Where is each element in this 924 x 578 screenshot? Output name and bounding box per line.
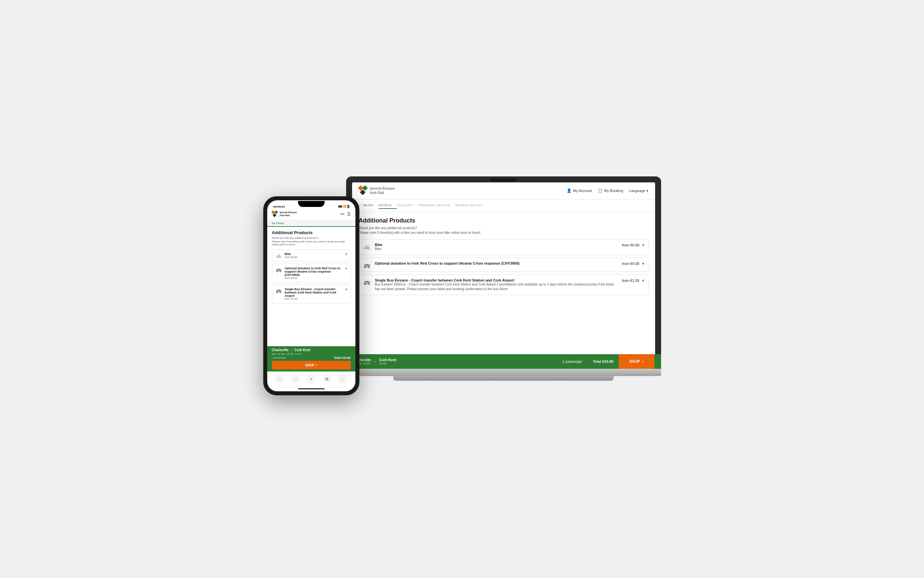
laptop-bottom-bar: Charleville 30 Mar 10:55 → Cork Kent 11:… xyxy=(352,354,655,364)
step-seats[interactable]: ✓ SEATS xyxy=(359,202,379,209)
phone-plus-button[interactable]: + xyxy=(306,374,316,384)
phone-menu-icon[interactable]: ☰ xyxy=(347,212,351,216)
phone-product-bus[interactable]: 🚌 Single Bus Éireann - Coach transfer be… xyxy=(272,284,351,304)
phone-product-row-bike: 🚲 Bike from €0.00 ▾ xyxy=(272,250,350,261)
phone-back-icon: ← xyxy=(277,377,282,382)
phone-bottom-bar: Charleville → Cork Kent Sat, 30 Mar 10:5… xyxy=(267,346,355,372)
phone-outer: services ▮▮▮ 🛜 ▓ xyxy=(263,196,359,395)
bike-name: Bike xyxy=(375,243,618,247)
page-note: Please note if travelling with a bike yo… xyxy=(359,231,648,234)
laptop-base xyxy=(346,369,661,376)
phone-forward-button[interactable]: → xyxy=(291,374,300,384)
phone-product-bike[interactable]: 🚲 Bike from €0.00 ▾ xyxy=(272,249,351,261)
my-booking-nav[interactable]: 📋 My Booking xyxy=(598,188,623,193)
phone-donation-chevron-icon[interactable]: ▾ xyxy=(345,266,347,270)
bike-chevron-icon[interactable]: ▾ xyxy=(642,243,644,247)
phone-bus-info: Single Bus Éireann - Coach transfer betw… xyxy=(285,287,343,300)
laptop-logo: Iarnród Éireann Irish Rail xyxy=(359,186,395,195)
phone-donation-name: Optional donation to Irish Red Cross to … xyxy=(285,266,343,276)
battery-icon: ▓ xyxy=(347,205,349,208)
phone-bus-chevron-icon[interactable]: ▾ xyxy=(345,287,347,291)
product-info-bike: Bike Bike xyxy=(375,243,618,252)
phone-more-button[interactable]: ··· xyxy=(338,374,347,384)
phone-passengers: 1 passenger xyxy=(272,356,287,359)
phone-subtitle: Would you like any additional products? xyxy=(272,237,351,239)
phone-more-icon: ··· xyxy=(341,377,344,382)
donation-chevron-icon[interactable]: ▾ xyxy=(642,261,644,266)
phone-origin: Charleville xyxy=(272,348,289,352)
phone-bus-icon: 🚌 xyxy=(276,288,282,293)
phone-bike-price: from €0.00 xyxy=(285,256,343,259)
phone-lang[interactable]: EN xyxy=(340,213,344,216)
laptop-notch xyxy=(490,179,517,182)
signal-icon: ▮▮▮ xyxy=(338,205,342,208)
phone-bike-chevron-icon[interactable]: ▾ xyxy=(345,252,347,256)
phone-journey-row: Charleville → Cork Kent xyxy=(272,348,351,352)
phone-header-right: EN ☰ xyxy=(340,212,350,216)
laptop-foot xyxy=(393,376,614,381)
total-price: Total €10.85 xyxy=(587,359,619,364)
phone-page-title: Additional Products xyxy=(272,230,351,235)
bus-price-row: from €1.55 ▾ xyxy=(622,278,644,283)
step-extras[interactable]: EXTRAS xyxy=(379,202,397,209)
phone-status-text: services xyxy=(273,205,285,208)
phone-plus-icon: + xyxy=(310,377,312,382)
booking-icon: 📋 xyxy=(598,188,603,193)
step-account[interactable]: ACCOUNT xyxy=(397,202,418,209)
phone-forward-icon: → xyxy=(293,377,297,382)
bus-name: Single Bus Éireann - Coach transfer betw… xyxy=(375,278,618,282)
page-subtitle: Would you like any additional products? xyxy=(359,226,648,230)
arrive-time: 11:41 xyxy=(379,362,397,364)
skip-arrow-icon: › xyxy=(642,359,644,364)
bike-icon: 🚲 xyxy=(363,244,371,250)
bike-desc: Bike xyxy=(375,247,618,252)
phone-donation-info: Optional donation to Irish Red Cross to … xyxy=(285,266,343,279)
product-card-bike: 🚲 Bike Bike from €0.00 ▾ xyxy=(359,239,648,255)
product-row-bike[interactable]: 🚲 Bike Bike from €0.00 ▾ xyxy=(359,239,648,255)
bike-price: from €0.00 xyxy=(622,243,640,247)
bike-price-row: from €0.00 ▾ xyxy=(622,243,644,247)
bus-chevron-icon[interactable]: ▾ xyxy=(642,278,644,283)
step-personal-details[interactable]: PERSONAL DETAILS xyxy=(418,202,455,209)
phone-journey-times: Sat, 30 Mar 10:55 11:41 xyxy=(272,352,351,356)
donation-name: Optional donation to Irish Red Cross to … xyxy=(375,261,618,265)
laptop-device: Iarnród Éireann Irish Rail 👤 My Account … xyxy=(346,176,661,389)
phone-home-indicator xyxy=(298,388,324,389)
skip-button[interactable]: SKIP › xyxy=(619,354,654,364)
logo-diamonds xyxy=(359,186,368,195)
donation-price-row: from €4.00 ▾ xyxy=(622,261,644,266)
product-card-donation: 🚌 Optional donation to Irish Red Cross t… xyxy=(359,258,648,272)
laptop-main: Additional Products Would you like any a… xyxy=(352,212,655,364)
my-account-nav[interactable]: 👤 My Account xyxy=(567,188,592,193)
phone-destination: Cork Kent xyxy=(294,348,310,352)
phone-product-row-donation: 🚌 Optional donation to Irish Red Cross t… xyxy=(272,264,350,282)
phone-notch xyxy=(298,201,324,207)
product-row-bus[interactable]: 🚌 Single Bus Éireann - Coach transfer be… xyxy=(359,275,648,295)
phone-bike-icon: 🚲 xyxy=(276,253,282,258)
phone-logo-text: Iarnród Éireann Irish Rail xyxy=(280,211,297,217)
phone-product-donation[interactable]: 🚌 Optional donation to Irish Red Cross t… xyxy=(272,264,351,283)
bus-desc: Bus Éireann SINGLE - Coach transfer betw… xyxy=(375,282,618,292)
phone-extras-bar: EXTRAS xyxy=(267,221,355,227)
product-info-donation: Optional donation to Irish Red Cross to … xyxy=(375,261,618,265)
wifi-icon: 🛜 xyxy=(343,205,347,208)
laptop-outer: Iarnród Éireann Irish Rail 👤 My Account … xyxy=(346,176,661,369)
bus-icon-donation: 🚌 xyxy=(363,262,371,268)
language-button[interactable]: Language ▾ xyxy=(629,189,648,193)
phone-skip-button[interactable]: SKIP › xyxy=(272,361,351,369)
laptop-header: Iarnród Éireann Irish Rail 👤 My Account … xyxy=(352,182,655,200)
product-card-bus: 🚌 Single Bus Éireann - Coach transfer be… xyxy=(359,274,648,295)
phone-tabs-button[interactable]: ⊞ xyxy=(322,374,332,384)
phone-nav-bar: ← → + ⊞ ··· xyxy=(267,372,355,388)
bus-icon-transfer: 🚌 xyxy=(363,279,371,285)
step-review-pay[interactable]: REVIEW AND PAY xyxy=(455,202,488,209)
product-row-donation[interactable]: 🚌 Optional donation to Irish Red Cross t… xyxy=(359,258,648,271)
phone-back-button[interactable]: ← xyxy=(275,374,284,384)
journey-arrow-icon: → xyxy=(373,359,377,364)
phone-main: Additional Products Would you like any a… xyxy=(267,227,355,346)
account-icon: 👤 xyxy=(567,188,572,193)
chevron-down-icon: ▾ xyxy=(647,189,648,193)
laptop-content: Iarnród Éireann Irish Rail 👤 My Account … xyxy=(352,182,655,364)
phone-passenger-row: 1 passenger Total €10.85 xyxy=(272,356,351,359)
journey-destination-block: Cork Kent 11:41 xyxy=(379,358,397,364)
